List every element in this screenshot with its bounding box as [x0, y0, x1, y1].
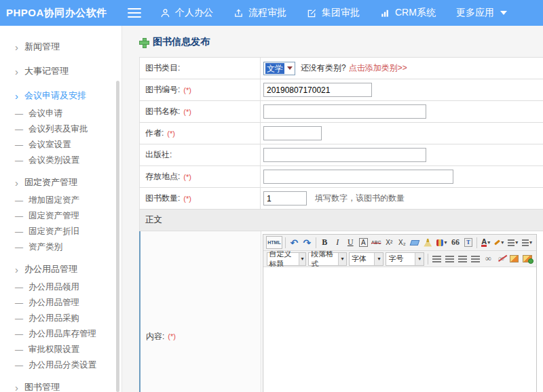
- author-input[interactable]: [263, 126, 322, 140]
- custom-title-select[interactable]: 自定义标题: [267, 252, 307, 266]
- dash-icon: —: [15, 283, 23, 292]
- paste-from-word-icon[interactable]: [462, 236, 474, 249]
- menu-toggle-icon[interactable]: [128, 8, 141, 18]
- sidebar-item-asset-category[interactable]: —资产类别: [0, 239, 121, 255]
- font-family-select[interactable]: 字体: [349, 252, 383, 266]
- dash-icon: —: [15, 141, 23, 149]
- bold-button[interactable]: B: [319, 236, 331, 249]
- remove-link-icon[interactable]: ∞: [495, 252, 507, 265]
- align-right-icon[interactable]: [457, 252, 468, 265]
- sidebar-item-office-supplies-group[interactable]: ›办公用品管理: [0, 259, 121, 279]
- field-label: 作者:: [145, 128, 164, 139]
- format-brush-icon[interactable]: [422, 236, 434, 249]
- book-name-input[interactable]: [263, 104, 426, 119]
- sidebar-item-label: 审批权限设置: [29, 344, 79, 355]
- italic-button[interactable]: I: [332, 236, 343, 249]
- publisher-input[interactable]: [263, 148, 426, 162]
- book-number-input[interactable]: [263, 83, 372, 97]
- location-input[interactable]: [263, 170, 453, 184]
- chevron-right-icon: ›: [15, 42, 18, 52]
- eraser-icon[interactable]: [409, 236, 421, 249]
- category-hint: 还没有类别?: [301, 62, 346, 74]
- sidebar-item-news-management[interactable]: ›新闻管理: [0, 37, 121, 57]
- dash-icon: —: [15, 212, 23, 220]
- chevron-right-icon: ›: [15, 383, 18, 392]
- category-select[interactable]: 文学: [263, 62, 295, 75]
- sidebar-item-meeting-apply[interactable]: —会议申请: [0, 106, 121, 121]
- sidebar-item-label: 会议列表及审批: [29, 123, 88, 135]
- ordered-list-icon[interactable]: [506, 236, 519, 249]
- row-publisher: 出版社:: [139, 144, 543, 166]
- nav-crm-system[interactable]: CRM系统: [380, 7, 436, 19]
- background-color-icon[interactable]: [435, 236, 449, 249]
- unordered-list-icon[interactable]: [521, 236, 533, 249]
- subscript-button[interactable]: X₂: [396, 236, 408, 249]
- font-color-button[interactable]: A: [480, 236, 491, 249]
- nav-item-label: 更多应用: [456, 7, 494, 19]
- editor-content-area[interactable]: [263, 267, 536, 392]
- quantity-hint: 填写数字，该图书的数量: [315, 193, 405, 204]
- sidebar-item-fixed-assets-group[interactable]: ›固定资产管理: [0, 172, 121, 193]
- blockquote-button[interactable]: 66: [449, 236, 461, 249]
- sidebar-item-supplies-request[interactable]: —办公用品领用: [0, 279, 121, 295]
- sidebar-item-label: 增加固定资产: [29, 195, 79, 206]
- nav-personal-office[interactable]: 个人办公: [160, 7, 213, 19]
- sidebar-item-meeting-room-settings[interactable]: —会议室设置: [0, 137, 121, 153]
- top-nav-menu: 个人办公 流程审批 集团审批 CRM系统 更多应用: [160, 7, 507, 19]
- sidebar-item-label: 新闻管理: [24, 41, 60, 53]
- paragraph-format-select[interactable]: 段落格式: [308, 252, 347, 266]
- align-left-icon[interactable]: [431, 252, 443, 265]
- caret-down-icon: [299, 253, 305, 265]
- row-book-number: 图书编号:(*): [139, 79, 543, 101]
- add-category-link[interactable]: 点击添加类别>>: [349, 62, 407, 74]
- html-source-button[interactable]: HTML: [266, 236, 282, 249]
- nav-process-approval[interactable]: 流程审批: [233, 7, 286, 19]
- field-label: 图书数量:: [145, 193, 180, 204]
- sidebar-item-book-management-group[interactable]: ›图书管理: [0, 377, 121, 392]
- sidebar-item-supplies-category-settings[interactable]: —办公用品分类设置: [0, 357, 121, 373]
- sidebar-item-events-management[interactable]: ›大事记管理: [0, 61, 121, 81]
- autotypeset-button[interactable]: A: [358, 236, 369, 249]
- row-book-name: 图书名称:(*): [139, 101, 543, 123]
- caret-down-icon: [374, 253, 383, 265]
- dash-icon: —: [15, 299, 23, 307]
- caret-down-icon: [500, 11, 507, 15]
- category-selected-option: 文学: [265, 63, 284, 74]
- sidebar-item-supplies-inventory[interactable]: —办公用品库存管理: [0, 326, 121, 342]
- align-justify-icon[interactable]: [470, 252, 481, 265]
- nav-more-apps[interactable]: 更多应用: [456, 7, 507, 19]
- nav-group-approval[interactable]: 集团审批: [307, 7, 360, 19]
- sidebar-item-add-fixed-asset[interactable]: —增加固定资产: [0, 193, 121, 208]
- sidebar-item-meeting-category-settings[interactable]: —会议类别设置: [0, 153, 121, 168]
- underline-button[interactable]: U: [345, 236, 356, 249]
- highlight-pen-icon[interactable]: [493, 236, 505, 249]
- sidebar-item-fixed-asset-depreciation[interactable]: —固定资产折旧: [0, 224, 121, 239]
- superscript-button[interactable]: X²: [383, 236, 395, 249]
- main-content: 图书信息发布 图书类目: 文学 还没有类别? 点击添加类别>> 图书编号:(*): [122, 26, 543, 392]
- sidebar-scrollbar[interactable]: [116, 81, 119, 392]
- row-book-category: 图书类目: 文学 还没有类别? 点击添加类别>>: [139, 58, 543, 79]
- align-center-icon[interactable]: [444, 252, 455, 265]
- sidebar-item-label: 办公用品管理: [24, 263, 77, 275]
- field-label: 内容:: [146, 331, 164, 342]
- undo-icon[interactable]: ↶: [288, 236, 300, 249]
- sidebar-item-label: 资产类别: [29, 241, 62, 253]
- caret-down-icon: [338, 253, 346, 265]
- insert-link-icon[interactable]: ∞: [483, 252, 494, 265]
- upload-image-icon[interactable]: [521, 252, 533, 265]
- field-label: 出版社:: [145, 149, 172, 161]
- sidebar-item-meeting-list-approval[interactable]: —会议列表及审批: [0, 121, 121, 137]
- font-size-select[interactable]: 字号: [386, 252, 424, 266]
- sidebar-item-supplies-purchase[interactable]: —办公用品采购: [0, 311, 121, 326]
- sidebar-item-approval-permission-settings[interactable]: —审批权限设置: [0, 342, 121, 357]
- body-section-header: 正文: [139, 210, 543, 231]
- redo-icon[interactable]: ↷: [301, 236, 313, 249]
- sidebar-item-label: 固定资产管理: [24, 176, 77, 189]
- sidebar-item-meeting-apply-group[interactable]: ›会议申请及安排: [0, 85, 121, 106]
- strikethrough-button[interactable]: ABC: [371, 236, 382, 249]
- sidebar-item-fixed-asset-management[interactable]: —固定资产管理: [0, 208, 121, 224]
- insert-image-icon[interactable]: [508, 252, 521, 265]
- sidebar-item-supplies-management[interactable]: —办公用品管理: [0, 295, 121, 311]
- sidebar-item-label: 大事记管理: [24, 65, 69, 77]
- quantity-input[interactable]: [263, 191, 307, 205]
